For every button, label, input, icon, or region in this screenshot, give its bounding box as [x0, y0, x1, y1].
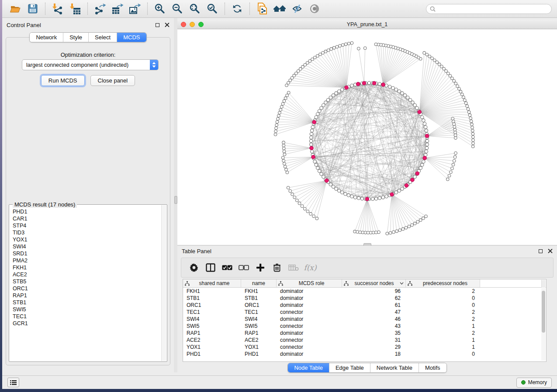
delete-table-icon-disabled — [285, 260, 302, 275]
list-item[interactable]: YOX1 — [10, 236, 161, 243]
table-row[interactable]: FKH1FKH1dominator962 — [183, 288, 546, 295]
float-window-icon[interactable] — [156, 23, 159, 27]
list-item[interactable]: TID3 — [10, 229, 161, 236]
table-cell: dominator — [277, 316, 342, 323]
zoom-in-icon[interactable] — [153, 2, 166, 15]
list-item[interactable]: SRD1 — [10, 250, 161, 257]
hide-graphics-details-icon[interactable] — [291, 2, 304, 15]
table-row[interactable]: SWI5SWI5connector431 — [183, 323, 546, 330]
table-cell: 31 — [342, 337, 406, 344]
add-column-icon[interactable] — [252, 260, 269, 275]
clone-network-icon[interactable] — [256, 2, 269, 15]
browser-home-icon[interactable] — [273, 2, 286, 15]
column-header-name[interactable]: name — [241, 279, 277, 287]
list-item[interactable]: ORC1 — [10, 285, 161, 292]
list-item[interactable]: SWI4 — [10, 243, 161, 250]
table-row[interactable]: TEC1TEC1connector472 — [183, 309, 546, 316]
table-scrollbar[interactable] — [541, 288, 546, 361]
optimization-criterion-label: Optimization criterion: — [6, 52, 170, 58]
table-row[interactable]: SWI4SWI4dominator462 — [183, 316, 546, 323]
table-row[interactable]: RAP1RAP1dominator352 — [183, 330, 546, 337]
tab-mcds[interactable]: MCDS — [117, 33, 146, 42]
split-divider-vertical[interactable] — [174, 18, 177, 372]
open-session-icon[interactable] — [9, 2, 22, 15]
tab-node-table[interactable]: Node Table — [288, 363, 329, 372]
table-cell-filler — [480, 351, 546, 358]
column-header-predecessor-nodes[interactable]: predecessor nodes — [406, 279, 480, 287]
select-all-icon[interactable] — [219, 260, 235, 275]
close-panel-icon[interactable] — [165, 23, 170, 28]
table-cell-filler — [480, 337, 546, 344]
tab-motifs[interactable]: Motifs — [419, 363, 446, 372]
table-cell: 2 — [406, 309, 480, 316]
zoom-selected-icon[interactable] — [206, 2, 219, 15]
network-canvas[interactable] — [177, 29, 557, 245]
list-item[interactable]: GCR1 — [10, 320, 161, 327]
column-header-successor-nodes[interactable]: successor nodes — [342, 279, 406, 287]
table-cell: FKH1 — [183, 288, 241, 295]
network-titlebar: YPA_prune.txt_1 — [177, 20, 557, 29]
network-title: YPA_prune.txt_1 — [177, 21, 557, 28]
tab-network[interactable]: Network — [30, 33, 63, 42]
delete-column-icon[interactable] — [269, 260, 285, 275]
column-header-mcds-role[interactable]: MCDS role — [277, 279, 342, 287]
main-area: Control Panel Network Style Select MCDS … — [2, 18, 557, 372]
zoom-out-icon[interactable] — [171, 2, 184, 15]
float-window-icon[interactable] — [539, 249, 543, 253]
tab-edge-table[interactable]: Edge Table — [329, 363, 370, 372]
list-item[interactable]: STB1 — [10, 299, 161, 306]
tab-select[interactable]: Select — [88, 33, 117, 42]
control-panel-header: Control Panel — [2, 20, 174, 30]
task-history-button[interactable] — [7, 378, 19, 387]
list-item[interactable]: PHD1 — [10, 208, 161, 215]
run-mcds-button[interactable]: Run MCDS — [41, 75, 85, 86]
column-header-shared-name[interactable]: shared name — [183, 279, 241, 287]
export-table-icon[interactable] — [111, 2, 124, 15]
mcds-list-scrollbar[interactable] — [161, 205, 166, 361]
zoom-fit-icon[interactable] — [188, 2, 201, 15]
close-panel-button[interactable]: Close panel — [90, 75, 135, 86]
table-settings-gear-icon[interactable] — [186, 260, 202, 275]
export-image-icon[interactable] — [128, 2, 142, 15]
list-item[interactable]: STB5 — [10, 278, 161, 285]
list-item[interactable]: STP4 — [10, 222, 161, 229]
memory-label: Memory — [528, 379, 547, 385]
tab-style[interactable]: Style — [63, 33, 88, 42]
list-item[interactable]: SWI5 — [10, 306, 161, 313]
fx-label: f(x) — [304, 263, 316, 272]
list-item[interactable]: ACE2 — [10, 271, 161, 278]
search-input[interactable] — [438, 6, 548, 12]
table-cell: YOX1 — [183, 344, 241, 351]
list-item[interactable]: CAR1 — [10, 215, 161, 222]
toolbar-separator — [249, 3, 250, 15]
toolbar-separator — [225, 3, 225, 15]
optimization-criterion-select[interactable]: largest connected component (undirected) — [22, 59, 159, 70]
divider-handle[interactable] — [174, 196, 177, 204]
list-item[interactable]: RAP1 — [10, 292, 161, 299]
import-table-icon[interactable] — [69, 2, 82, 15]
save-session-icon[interactable] — [26, 2, 39, 15]
tab-network-table[interactable]: Network Table — [370, 363, 419, 372]
close-panel-icon[interactable] — [548, 249, 553, 254]
table-cell: 2 — [406, 288, 480, 295]
show-columns-icon[interactable] — [202, 260, 219, 275]
memory-button[interactable]: Memory — [516, 378, 552, 388]
scrollbar-thumb[interactable] — [542, 291, 545, 333]
table-row[interactable]: PHD1PHD1dominator180 — [183, 351, 546, 358]
table-cell: 62 — [342, 295, 406, 302]
table-cell: SWI5 — [241, 323, 277, 330]
deselect-all-icon[interactable] — [235, 260, 252, 275]
list-item[interactable]: PMA2 — [10, 257, 161, 264]
import-network-icon[interactable] — [51, 2, 64, 15]
list-item[interactable]: TEC1 — [10, 313, 161, 320]
table-row[interactable]: YOX1YOX1connector291 — [183, 344, 546, 351]
table-row[interactable]: ACE2ACE2connector311 — [183, 337, 546, 344]
table-cell: ORC1 — [241, 302, 277, 309]
show-graphics-details-icon[interactable] — [308, 2, 321, 15]
table-row[interactable]: STB1STB1dominator620 — [183, 295, 546, 302]
table-row[interactable]: ORC1ORC1dominator610 — [183, 302, 546, 309]
refresh-icon[interactable] — [231, 2, 244, 15]
export-network-icon[interactable] — [93, 2, 107, 15]
table-cell-filler — [480, 302, 546, 309]
list-item[interactable]: FKH1 — [10, 264, 161, 271]
